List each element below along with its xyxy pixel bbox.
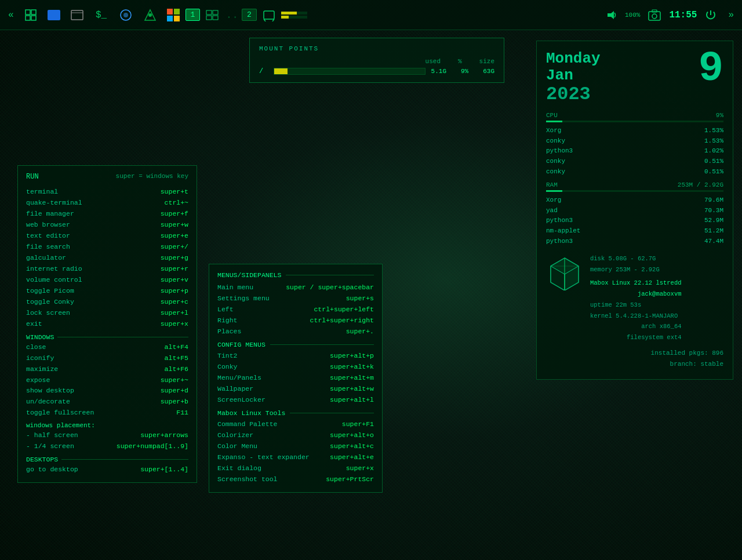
menus-items-list: Main menusuper / super+spacebarSettings …: [217, 282, 374, 337]
shortcut-item: closealt+F4: [26, 342, 188, 353]
shortcut-label: toggle Picom: [26, 286, 74, 297]
config-key: super+alt+p: [330, 351, 374, 362]
shortcut-label: go to desktop: [26, 464, 78, 475]
volume-icon: [606, 10, 617, 20]
config-label: Menu/Panels: [217, 373, 261, 384]
pkgs-count: installed pkgs: 896: [546, 348, 723, 359]
volume-btn[interactable]: [603, 8, 620, 23]
shortcut-item: terminalsuper+t: [26, 187, 188, 198]
menu-key: super / super+spacebar: [286, 282, 374, 293]
placement-section: windows placement: - half screensuper+ar…: [26, 422, 188, 452]
shortcut-key: super+p: [161, 286, 188, 297]
config-item: Tint2super+alt+p: [217, 351, 374, 362]
ram-header: RAM 253M / 2.92G: [546, 181, 723, 188]
config-key: super+alt+w: [330, 384, 374, 395]
disk-info: disk 5.08G - 62.7G: [590, 253, 682, 264]
config-key: super+alt+l: [330, 395, 374, 406]
col-pct: %: [458, 58, 462, 65]
config-title-line: [270, 344, 374, 345]
cpu-bar-fill: [546, 121, 562, 122]
workspace-1-btn[interactable]: 1: [186, 9, 201, 21]
shortcuts-header: RUN super = windows key: [26, 173, 188, 183]
taskbar-app-7[interactable]: [163, 6, 183, 24]
menu-key: ctrl+super+right: [310, 315, 374, 326]
shortcut-label: file search: [26, 242, 70, 253]
taskbar-app-6[interactable]: [139, 5, 161, 25]
process-name: Xorg: [546, 126, 561, 136]
app-icon-3: [70, 8, 85, 23]
process-name: python3: [546, 216, 573, 226]
svg-marker-17: [608, 11, 614, 19]
shortcut-item: text editorsuper+e: [26, 231, 188, 242]
process-name: conky: [546, 167, 565, 177]
shortcut-label: volume control: [26, 275, 82, 286]
cpu-process-row: conky0.51%: [546, 167, 723, 177]
distro-info: Mabox Linux 22.12 lstredd: [590, 278, 682, 289]
shortcut-item: go to desktopsuper+[1..4]: [26, 464, 188, 475]
taskbar-app-4[interactable]: $_: [90, 5, 112, 25]
sysinfo-widget: Monday Jan 2023 9 CPU 9% Xorg1.53%conky1…: [536, 41, 733, 380]
process-val: 52.9M: [704, 216, 723, 226]
taskbar-app-1[interactable]: [20, 5, 42, 25]
shortcut-label: internet radio: [26, 264, 82, 275]
memory-info: memory 253M - 2.92G: [590, 264, 682, 275]
desktops-cat-line: [61, 459, 188, 460]
year-label: 2023: [546, 83, 601, 105]
cpu-process-row: python31.02%: [546, 146, 723, 157]
date-left-section: Monday Jan 2023: [546, 50, 601, 105]
workspace-2-btn[interactable]: 2: [242, 9, 257, 21]
menu-item: Settings menusuper+s: [217, 293, 374, 304]
taskbar-app-8[interactable]: [202, 8, 222, 23]
config-key: super+alt+m: [330, 373, 374, 384]
shortcut-key: super+v: [161, 275, 188, 286]
ram-process-row: python352.9M: [546, 216, 723, 226]
taskbar-app-5[interactable]: [115, 5, 137, 25]
shortcut-key: super+l: [161, 308, 188, 319]
mabox-key: super+F1: [342, 419, 374, 430]
cpu-process-row: conky1.53%: [546, 136, 723, 147]
svg-rect-12: [206, 16, 212, 20]
mount-bar: [274, 68, 425, 75]
svg-rect-3: [31, 16, 36, 20]
shortcut-item: lock screensuper+l: [26, 308, 188, 319]
svg-point-9: [148, 13, 152, 17]
svg-rect-2: [26, 16, 30, 20]
taskbar-app-3[interactable]: [66, 5, 88, 25]
taskbar-right-section: 100% 11:55 »: [603, 7, 737, 23]
mount-used: 5.1G: [431, 68, 446, 75]
taskbar-app-2[interactable]: [44, 8, 64, 23]
shortcut-key: super+e: [161, 231, 188, 242]
mabox-key: super+PrtScr: [326, 474, 374, 485]
config-header: CONFIG MENUS: [217, 341, 374, 348]
shortcut-item: internet radiosuper+r: [26, 264, 188, 275]
mabox-logo: [546, 253, 583, 290]
power-btn[interactable]: [701, 7, 720, 23]
screenshot-btn[interactable]: [645, 7, 664, 23]
cpu-processes: Xorg1.53%conky1.53%python31.02%conky0.51…: [546, 126, 723, 177]
date-display: Monday Jan 2023 9: [546, 50, 723, 105]
app-icon-1: [23, 8, 38, 23]
process-name: nm-applet: [546, 226, 580, 237]
network-icon-btn[interactable]: [259, 6, 279, 24]
shortcut-item: file searchsuper+/: [26, 242, 188, 253]
windows-logo-icon: [167, 9, 180, 21]
date-num: 9: [699, 50, 723, 88]
menu-label: Settings menu: [217, 293, 270, 304]
shortcut-item: file managersuper+f: [26, 209, 188, 220]
menus-panel: MENUS/SIDEPANELS Main menusuper / super+…: [209, 264, 383, 493]
mabox-label: Color Menu: [217, 441, 257, 452]
shortcut-key: F11: [176, 408, 188, 419]
col-used: used: [425, 58, 441, 65]
chevron-left-icon: «: [8, 10, 14, 20]
shortcut-label: expose: [26, 375, 50, 386]
uptime-info: uptime 22m 53s: [590, 300, 682, 311]
shortcut-key: super+/: [161, 242, 188, 253]
mabox-item: Colorizersuper+alt+o: [217, 430, 374, 441]
cpu-pct: 9%: [716, 112, 723, 119]
chevron-left-btn[interactable]: «: [5, 8, 17, 23]
chevron-right-btn[interactable]: »: [725, 8, 737, 23]
windows-cat-line: [57, 337, 188, 337]
shortcut-label: galculator: [26, 253, 66, 264]
menu-key: ctrl+super+left: [314, 304, 374, 315]
windows-category: WINDOWS: [26, 333, 188, 341]
